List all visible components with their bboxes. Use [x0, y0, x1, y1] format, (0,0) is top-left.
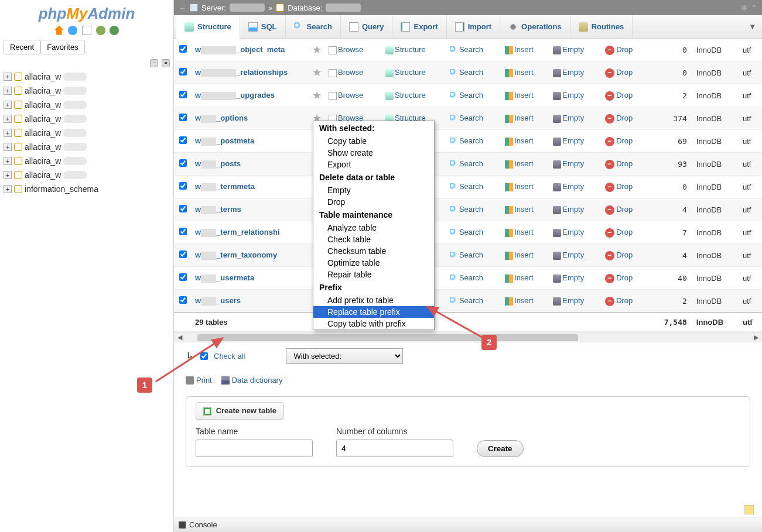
tree-label[interactable]: allacira_w [25, 128, 61, 138]
expand-icon[interactable]: + [4, 101, 12, 109]
row-checkbox[interactable] [179, 273, 187, 281]
row-checkbox[interactable] [179, 45, 187, 53]
logo[interactable]: phpMyAdmin [4, 5, 170, 23]
docs-icon[interactable] [82, 26, 91, 35]
drop-action[interactable]: − Drop [602, 176, 649, 198]
empty-action[interactable]: Empty [549, 290, 601, 313]
insert-action[interactable]: Insert [501, 39, 549, 61]
empty-action[interactable]: Empty [549, 84, 601, 107]
page-settings-icon[interactable]: ✻ [741, 4, 747, 12]
table-name[interactable]: w_termmeta [192, 176, 309, 198]
ctx-replace-prefix[interactable]: Replace table prefix [313, 306, 434, 318]
drop-action[interactable]: − Drop [602, 107, 649, 130]
search-action[interactable]: Search [446, 84, 501, 107]
empty-action[interactable]: Empty [549, 107, 601, 130]
tab-routines[interactable]: Routines [570, 15, 633, 39]
tab-search[interactable]: Search [286, 15, 341, 39]
row-checkbox[interactable] [179, 205, 187, 212]
empty-action[interactable]: Empty [549, 39, 601, 61]
search-action[interactable]: Search [446, 107, 501, 130]
search-action[interactable]: Search [446, 221, 501, 244]
ctx-export[interactable]: Export [313, 159, 434, 170]
drop-action[interactable]: − Drop [602, 290, 649, 313]
insert-action[interactable]: Insert [501, 267, 549, 290]
help-icon[interactable] [68, 26, 77, 35]
tree-label[interactable]: allacira_w [25, 156, 61, 166]
drop-action[interactable]: − Drop [602, 130, 649, 153]
structure-action[interactable]: Structure [382, 84, 446, 107]
recent-button[interactable]: Recent [4, 40, 40, 54]
ctx-checksum[interactable]: Checksum table [313, 245, 434, 257]
database-name-redacted[interactable] [326, 4, 361, 12]
browse-action[interactable]: Browse [325, 61, 382, 84]
tab-sql[interactable]: SQL [240, 15, 286, 39]
expand-icon[interactable]: + [4, 129, 12, 137]
tree-label[interactable]: allacira_w [25, 114, 61, 123]
row-checkbox[interactable] [179, 159, 187, 167]
expand-icon[interactable]: + [4, 171, 12, 179]
insert-action[interactable]: Insert [501, 290, 549, 313]
empty-action[interactable]: Empty [549, 61, 601, 84]
tree-item[interactable]: + allacira_w [4, 168, 170, 182]
home-icon[interactable] [54, 26, 64, 35]
scroll-handle[interactable] [197, 334, 578, 341]
row-checkbox[interactable] [179, 296, 187, 304]
insert-action[interactable]: Insert [501, 130, 549, 153]
ctx-drop[interactable]: Drop [313, 196, 434, 208]
tree-item[interactable]: + allacira_w [4, 70, 170, 84]
drop-action[interactable]: − Drop [602, 198, 649, 221]
tree-label[interactable]: information_schema [25, 184, 98, 194]
table-name[interactable]: w_relationships [192, 61, 309, 84]
insert-action[interactable]: Insert [501, 153, 549, 176]
ctx-show-create[interactable]: Show create [313, 147, 434, 159]
search-action[interactable]: Search [446, 290, 501, 313]
table-name[interactable]: w_postmeta [192, 130, 309, 153]
empty-action[interactable]: Empty [549, 198, 601, 221]
create-button[interactable]: Create [477, 440, 524, 457]
ctx-copy-table[interactable]: Copy table [313, 135, 434, 147]
tree-item[interactable]: + allacira_w [4, 84, 170, 98]
insert-action[interactable]: Insert [501, 198, 549, 221]
ctx-optimize[interactable]: Optimize table [313, 257, 434, 269]
ctx-analyze[interactable]: Analyze table [313, 222, 434, 234]
tab-more[interactable]: ▼ [743, 22, 762, 31]
table-name[interactable]: w_object_meta [192, 39, 309, 61]
tab-operations[interactable]: Operations [500, 15, 570, 39]
expand-icon[interactable]: + [4, 115, 12, 123]
console-bar[interactable]: Console [174, 517, 762, 532]
horizontal-scrollbar[interactable]: ◀ ▶ [174, 332, 762, 342]
ctx-check[interactable]: Check table [313, 234, 434, 245]
table-name[interactable]: w_upgrades [192, 84, 309, 107]
favorite-star[interactable]: ★ [309, 39, 325, 61]
favorite-star[interactable]: ★ [309, 61, 325, 84]
print-link[interactable]: Print [186, 376, 212, 385]
empty-action[interactable]: Empty [549, 153, 601, 176]
expand-icon[interactable]: + [4, 73, 12, 81]
ctx-copy-prefix[interactable]: Copy table with prefix [313, 318, 434, 330]
ctx-repair[interactable]: Repair table [313, 269, 434, 280]
search-action[interactable]: Search [446, 153, 501, 176]
table-name[interactable]: w_term_taxonomy [192, 244, 309, 267]
drop-action[interactable]: − Drop [602, 221, 649, 244]
table-name[interactable]: w_usermeta [192, 267, 309, 290]
search-action[interactable]: Search [446, 39, 501, 61]
drop-action[interactable]: − Drop [602, 84, 649, 107]
search-action[interactable]: Search [446, 61, 501, 84]
tree-label[interactable]: allacira_w [25, 100, 61, 109]
tab-query[interactable]: Query [341, 15, 393, 39]
expand-icon[interactable]: + [4, 157, 12, 165]
back-icon[interactable]: ← [179, 4, 186, 12]
empty-action[interactable]: Empty [549, 221, 601, 244]
tree-label[interactable]: allacira_w [25, 86, 61, 95]
favorites-button[interactable]: Favorites [40, 40, 84, 54]
bookmark-icon[interactable] [744, 505, 754, 514]
row-checkbox[interactable] [179, 182, 187, 190]
tab-structure[interactable]: Structure [176, 15, 240, 39]
server-name-redacted[interactable] [230, 4, 265, 12]
tree-item[interactable]: + allacira_w [4, 98, 170, 112]
table-name[interactable]: w_terms [192, 198, 309, 221]
table-name[interactable]: w_posts [192, 153, 309, 176]
scroll-left-icon[interactable]: ◀ [177, 334, 182, 341]
drop-action[interactable]: − Drop [602, 244, 649, 267]
row-checkbox[interactable] [179, 91, 187, 98]
